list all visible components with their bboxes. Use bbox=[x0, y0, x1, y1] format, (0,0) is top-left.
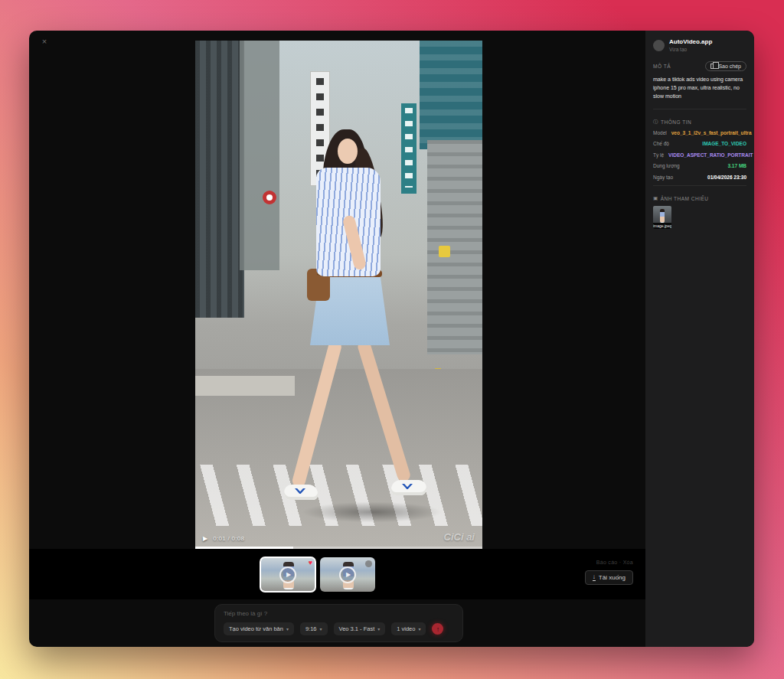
info-label: Model bbox=[653, 130, 667, 135]
info-label: Tỷ lệ bbox=[653, 152, 664, 158]
info-section: ⓘ THÔNG TIN Modelveo_3_1_i2v_s_fast_port… bbox=[653, 109, 746, 180]
info-label: Dung lượng bbox=[653, 163, 680, 168]
processing-icon bbox=[365, 560, 372, 567]
composer-dropdown[interactable]: 1 video▾ bbox=[391, 622, 426, 635]
info-value: 01/04/2026 23:30 bbox=[707, 175, 746, 180]
avatar bbox=[653, 40, 665, 51]
app-name: AutoVideo.app bbox=[669, 38, 712, 45]
info-row: Ngày tạo01/04/2026 23:30 bbox=[653, 175, 746, 180]
composer-dropdown[interactable]: 9:16▾ bbox=[300, 622, 328, 635]
reference-heading: ▣ ẢNH THAM CHIẾU bbox=[653, 195, 709, 201]
image-icon: ▣ bbox=[653, 195, 658, 201]
app-header: AutoVideo.app Vừa tạo bbox=[653, 38, 746, 52]
detail-modal: × bbox=[29, 31, 754, 647]
description-text: make a tiktok ads video using camera iph… bbox=[653, 76, 746, 101]
reference-section: ▣ ẢNH THAM CHIẾU image.jpeg bbox=[653, 185, 746, 229]
chevron-down-icon: ▾ bbox=[286, 626, 289, 632]
thumbnail-list: ▶♥▶ bbox=[260, 557, 375, 592]
arrow-up-icon: ↑ bbox=[436, 625, 440, 633]
chevron-down-icon: ▾ bbox=[320, 626, 322, 632]
download-icon: ↓ bbox=[593, 574, 596, 581]
dropdown-label: 9:16 bbox=[305, 625, 317, 632]
prompt-input[interactable]: Tiếp theo là gì ? bbox=[224, 610, 454, 617]
info-rows: Modelveo_3_1_i2v_s_fast_portrait_ultraCh… bbox=[653, 130, 746, 180]
time-label: 0:01 / 0:08 bbox=[213, 535, 244, 542]
close-icon[interactable]: × bbox=[39, 36, 50, 47]
download-button[interactable]: ↓ Tải xuống bbox=[585, 570, 633, 585]
thumbnail-strip: ▶♥▶ Báo cáo · Xóa ↓ Tải xuống bbox=[29, 549, 645, 599]
info-row: Dung lượng3.17 MB bbox=[653, 163, 746, 168]
info-value: IMAGE_TO_VIDEO bbox=[702, 141, 746, 146]
watermark: CiCi ai bbox=[444, 531, 475, 543]
info-label: Chế độ bbox=[653, 141, 669, 146]
chevron-down-icon: ▾ bbox=[418, 626, 420, 632]
details-sidebar: AutoVideo.app Vừa tạo MÔ TẢ Sao chép mak… bbox=[645, 31, 754, 647]
info-row: Tỷ lệVIDEO_ASPECT_RATIO_PORTRAIT bbox=[653, 152, 746, 158]
street-background bbox=[195, 41, 244, 318]
composer-dropdown[interactable]: Tạo video từ văn bản▾ bbox=[224, 622, 294, 635]
video-frame-illustration bbox=[195, 41, 482, 549]
copy-label: Sao chép bbox=[718, 64, 741, 69]
app-subtitle: Vừa tạo bbox=[669, 47, 712, 52]
info-row: Modelveo_3_1_i2v_s_fast_portrait_ultra bbox=[653, 130, 746, 135]
info-value: 3.17 MB bbox=[727, 163, 746, 168]
player-controls: ▶ 0:01 / 0:08 bbox=[203, 535, 244, 542]
video-thumbnail[interactable]: ▶♥ bbox=[260, 557, 315, 592]
info-icon: ⓘ bbox=[653, 119, 658, 126]
reference-thumbnail[interactable]: image.jpeg bbox=[653, 206, 671, 229]
info-label: Ngày tạo bbox=[653, 175, 673, 180]
reference-filename: image.jpeg bbox=[653, 223, 671, 229]
dropdown-label: Tạo video từ văn bản bbox=[229, 625, 283, 632]
description-header: MÔ TẢ Sao chép bbox=[653, 61, 746, 71]
info-value: veo_3_1_i2v_s_fast_portrait_ultra bbox=[671, 130, 752, 135]
prompt-composer: Tiếp theo là gì ? Tạo video từ văn bản▾9… bbox=[214, 604, 463, 642]
composer-dropdown[interactable]: Veo 3.1 - Fast▾ bbox=[334, 622, 386, 635]
generate-button[interactable]: ↑ bbox=[432, 623, 443, 635]
copy-icon bbox=[710, 64, 715, 69]
video-preview[interactable]: ▶ 0:01 / 0:08 CiCi ai bbox=[195, 41, 482, 549]
dropdown-label: Veo 3.1 - Fast bbox=[339, 625, 375, 632]
description-heading: MÔ TẢ bbox=[653, 64, 671, 69]
report-delete-links[interactable]: Báo cáo · Xóa bbox=[511, 560, 633, 565]
video-thumbnail[interactable]: ▶ bbox=[320, 557, 375, 592]
chevron-down-icon: ▾ bbox=[377, 626, 380, 632]
play-icon[interactable]: ▶ bbox=[339, 566, 356, 583]
composer-options: Tạo video từ văn bản▾9:16▾Veo 3.1 - Fast… bbox=[224, 622, 443, 635]
info-row: Chế độIMAGE_TO_VIDEO bbox=[653, 141, 746, 146]
strip-actions: Báo cáo · Xóa ↓ Tải xuống bbox=[511, 560, 633, 585]
progress-fill bbox=[195, 547, 293, 549]
play-icon[interactable]: ▶ bbox=[203, 535, 207, 542]
reference-figure bbox=[660, 209, 665, 223]
heart-icon[interactable]: ♥ bbox=[309, 559, 312, 566]
copy-button[interactable]: Sao chép bbox=[705, 61, 746, 71]
progress-bar[interactable] bbox=[195, 547, 482, 549]
play-icon[interactable]: ▶ bbox=[279, 566, 296, 583]
dropdown-label: 1 video bbox=[397, 625, 415, 632]
download-label: Tải xuống bbox=[599, 574, 626, 581]
info-value: VIDEO_ASPECT_RATIO_PORTRAIT bbox=[668, 152, 753, 158]
info-heading: ⓘ THÔNG TIN bbox=[653, 119, 691, 126]
